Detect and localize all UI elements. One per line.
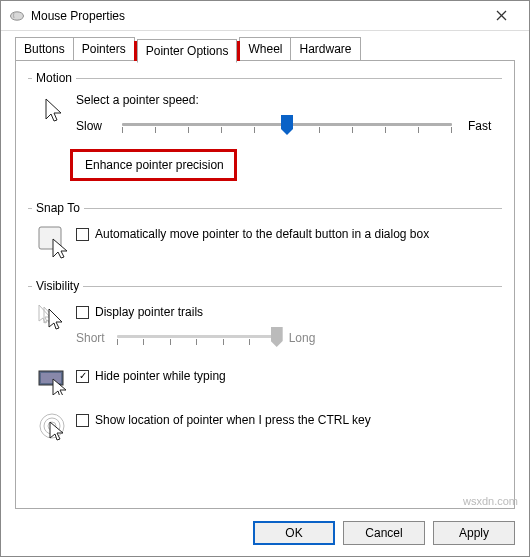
group-motion: Motion Select a pointer speed: Slow [28,71,502,187]
snap-icon [32,223,76,259]
motion-cursor-icon [32,93,76,125]
tab-buttons[interactable]: Buttons [15,37,74,61]
titlebar: Mouse Properties [1,1,529,31]
mouse-icon [9,10,25,22]
tab-hardware[interactable]: Hardware [290,37,360,61]
tab-content: Motion Select a pointer speed: Slow [15,60,515,509]
visibility-legend: Visibility [32,279,83,293]
window-title: Mouse Properties [31,9,481,23]
enhance-precision-label: Enhance pointer precision [85,158,224,172]
tab-pointer-options[interactable]: Pointer Options [134,41,241,61]
ctrl-locate-icon [32,409,76,443]
tab-pointers[interactable]: Pointers [73,37,135,61]
enhance-precision-highlight: Enhance pointer precision [70,149,237,181]
trails-long-label: Long [289,331,316,345]
ctrl-locate-label: Show location of pointer when I press th… [95,413,371,427]
tab-bar: Buttons Pointers Pointer Options Wheel H… [1,31,529,61]
display-trails-checkbox[interactable] [76,306,89,319]
speed-slow-label: Slow [76,119,112,133]
speed-label: Select a pointer speed: [76,93,498,107]
speed-fast-label: Fast [462,119,498,133]
svg-point-0 [11,11,24,19]
tab-wheel[interactable]: Wheel [239,37,291,61]
cancel-button[interactable]: Cancel [343,521,425,545]
close-icon [496,10,507,21]
group-snap-to: Snap To Automatically move pointer to th… [28,201,502,265]
ok-button[interactable]: OK [253,521,335,545]
motion-legend: Motion [32,71,76,85]
trails-short-label: Short [76,331,105,345]
trails-length-slider [117,325,277,351]
svg-rect-5 [41,373,61,383]
apply-button[interactable]: Apply [433,521,515,545]
snap-to-label: Automatically move pointer to the defaul… [95,227,429,241]
group-visibility: Visibility Display pointer trails [28,279,502,449]
snap-legend: Snap To [32,201,84,215]
snap-to-checkbox[interactable] [76,228,89,241]
display-trails-label: Display pointer trails [95,305,203,319]
dialog-footer: OK Cancel Apply [1,510,529,556]
ctrl-locate-checkbox[interactable] [76,414,89,427]
hide-typing-icon [32,365,76,395]
hide-typing-checkbox[interactable]: ✓ [76,370,89,383]
pointer-speed-slider[interactable] [122,113,452,139]
close-button[interactable] [481,2,521,30]
trails-icon [32,301,76,333]
hide-typing-label: Hide pointer while typing [95,369,226,383]
mouse-properties-window: Mouse Properties Buttons Pointers Pointe… [0,0,530,557]
